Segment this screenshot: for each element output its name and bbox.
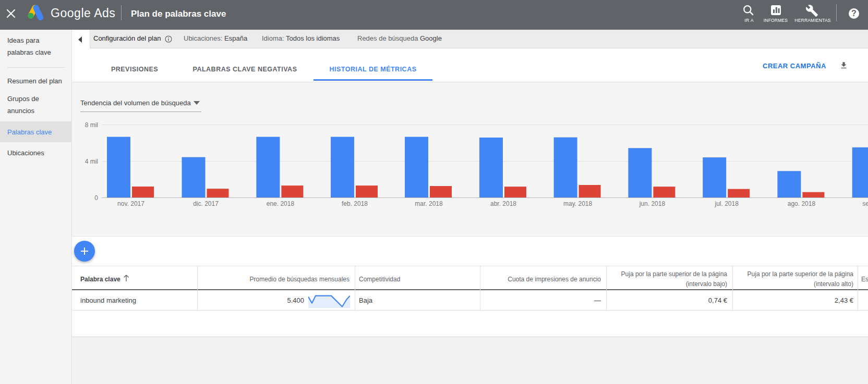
svg-text:0: 0 [94, 194, 98, 202]
svg-text:may. 2018: may. 2018 [563, 200, 592, 207]
svg-text:mar. 2018: mar. 2018 [415, 200, 443, 207]
svg-text:feb. 2018: feb. 2018 [342, 200, 368, 207]
svg-text:ago. 2018: ago. 2018 [788, 200, 816, 207]
svg-text:ene. 2018: ene. 2018 [267, 200, 295, 207]
svg-text:jul. 2018: jul. 2018 [715, 200, 739, 207]
svg-text:dic. 2017: dic. 2017 [193, 200, 219, 207]
svg-text:abr. 2018: abr. 2018 [490, 200, 516, 207]
svg-text:jun. 2018: jun. 2018 [639, 200, 666, 207]
svg-text:4 mil: 4 mil [85, 158, 98, 165]
svg-text:8 mil: 8 mil [85, 121, 98, 129]
svg-text:nov. 2017: nov. 2017 [117, 200, 144, 207]
svg-text:sep. 2018: sep. 2018 [862, 200, 868, 207]
